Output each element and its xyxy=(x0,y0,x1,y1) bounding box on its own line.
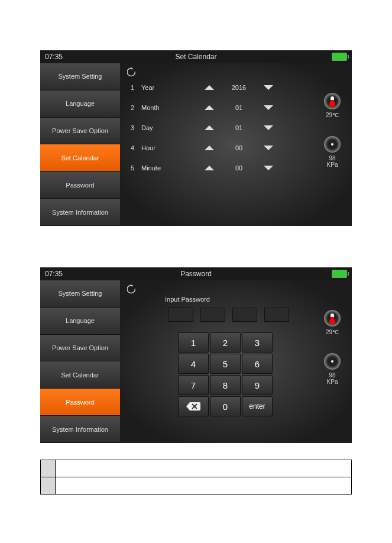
chevron-up-icon xyxy=(205,105,214,110)
key-5[interactable]: 5 xyxy=(210,354,241,374)
password-digit-3[interactable] xyxy=(232,308,257,322)
row-label: Year xyxy=(141,84,195,91)
topbar: 07:35 Password xyxy=(40,267,352,280)
key-6[interactable]: 6 xyxy=(242,354,273,374)
key-0[interactable]: 0 xyxy=(210,396,241,416)
pressure-gauge-icon xyxy=(324,353,341,370)
key-8[interactable]: 8 xyxy=(210,375,241,395)
battery-icon xyxy=(332,270,347,278)
sidebar-item-power-save-option[interactable]: Power Save Option xyxy=(40,335,120,362)
sidebar-item-system-setting[interactable]: System Setting xyxy=(40,63,120,90)
row-value: 00 xyxy=(224,144,254,151)
chevron-up-icon xyxy=(205,85,214,90)
row-label: Minute xyxy=(141,164,195,172)
row-index: 1 xyxy=(131,84,141,91)
increment-month-button[interactable] xyxy=(195,104,224,112)
sidebar-item-password[interactable]: Password xyxy=(40,172,120,199)
key-enter[interactable]: enter xyxy=(242,396,273,416)
password-digit-4[interactable] xyxy=(264,308,289,322)
table-cell xyxy=(41,460,56,477)
password-digit-2[interactable] xyxy=(200,308,225,322)
thermometer-icon xyxy=(324,310,341,327)
pressure-unit: KPa xyxy=(327,379,338,385)
row-value: 01 xyxy=(224,124,254,131)
row-value: 01 xyxy=(224,104,254,111)
row-index: 2 xyxy=(131,104,141,111)
password-slots xyxy=(169,308,301,322)
chevron-up-icon xyxy=(205,166,214,170)
key-1[interactable]: 1 xyxy=(178,332,209,353)
chevron-down-icon xyxy=(264,146,273,150)
row-index: 4 xyxy=(131,144,141,151)
sidebar-item-system-information[interactable]: System Information xyxy=(40,199,120,226)
main-panel: Input Password 1234567890enter 29℃ 98 KP… xyxy=(120,280,352,443)
chevron-up-icon xyxy=(205,125,214,130)
chevron-down-icon xyxy=(264,166,273,170)
chevron-up-icon xyxy=(205,146,214,150)
sidebar-item-set-calendar[interactable]: Set Calendar xyxy=(40,144,120,172)
main-panel: 1Year20162Month013Day014Hour005Minute00 … xyxy=(120,63,352,226)
page-title: Password xyxy=(40,270,352,278)
increment-minute-button[interactable] xyxy=(195,164,224,172)
sidebar-item-language[interactable]: Language xyxy=(40,90,120,118)
row-label: Hour xyxy=(141,144,195,151)
row-index: 5 xyxy=(131,164,141,172)
decrement-year-button[interactable] xyxy=(254,83,283,92)
key-7[interactable]: 7 xyxy=(178,375,209,395)
calendar-row-month: 2Month01 xyxy=(131,98,310,118)
chevron-down-icon xyxy=(264,125,273,130)
pressure-gauge-icon xyxy=(324,136,341,153)
increment-hour-button[interactable] xyxy=(195,144,224,152)
pressure-value: 98 xyxy=(329,372,335,379)
sidebar-item-power-save-option[interactable]: Power Save Option xyxy=(40,118,120,145)
battery-icon xyxy=(332,53,347,61)
thermometer-icon xyxy=(324,93,341,109)
row-value: 00 xyxy=(224,164,254,172)
sensor-panel: 29℃ 98 KPa xyxy=(318,310,347,385)
row-label: Month xyxy=(141,104,195,111)
sidebar-item-language[interactable]: Language xyxy=(40,308,120,335)
temperature-value: 29℃ xyxy=(326,112,339,118)
sidebar-item-password[interactable]: Password xyxy=(40,389,120,416)
sidebar-item-system-setting[interactable]: System Setting xyxy=(40,280,120,308)
table-cell xyxy=(56,460,352,477)
calendar-row-hour: 4Hour00 xyxy=(131,138,310,158)
password-digit-1[interactable] xyxy=(169,308,193,322)
key-9[interactable]: 9 xyxy=(242,375,273,395)
decrement-minute-button[interactable] xyxy=(254,164,283,172)
pressure-unit: KPa xyxy=(327,161,338,168)
sidebar-item-system-information[interactable]: System Information xyxy=(40,416,120,443)
backspace-icon xyxy=(186,402,200,411)
pressure-value: 98 xyxy=(329,155,335,161)
sidebar: System SettingLanguagePower Save OptionS… xyxy=(40,63,120,226)
footer-table xyxy=(40,460,352,494)
decrement-hour-button[interactable] xyxy=(254,144,283,152)
row-index: 3 xyxy=(131,124,141,131)
temperature-value: 29℃ xyxy=(326,329,339,335)
row-label: Day xyxy=(141,124,195,131)
key-4[interactable]: 4 xyxy=(178,354,209,374)
decrement-day-button[interactable] xyxy=(254,124,283,132)
topbar: 07:35 Set Calendar xyxy=(40,50,352,63)
back-icon[interactable] xyxy=(127,67,137,78)
calendar-row-day: 3Day01 xyxy=(131,118,310,138)
sidebar-item-set-calendar[interactable]: Set Calendar xyxy=(40,361,120,389)
decrement-month-button[interactable] xyxy=(254,104,283,112)
calendar-row-minute: 5Minute00 xyxy=(131,158,310,178)
row-value: 2016 xyxy=(224,84,254,91)
key-backspace[interactable] xyxy=(178,396,209,416)
sensor-panel: 29℃ 98 KPa xyxy=(318,93,347,168)
key-3[interactable]: 3 xyxy=(242,332,273,353)
input-password-label: Input Password xyxy=(165,296,301,303)
chevron-down-icon xyxy=(264,105,273,110)
table-cell xyxy=(41,477,56,494)
chevron-down-icon xyxy=(264,85,273,90)
back-icon[interactable] xyxy=(127,284,137,295)
screen-password: 07:35 Password System SettingLanguagePow… xyxy=(40,267,352,443)
page-title: Set Calendar xyxy=(40,53,352,61)
calendar-row-year: 1Year2016 xyxy=(131,77,310,98)
increment-day-button[interactable] xyxy=(195,124,224,132)
increment-year-button[interactable] xyxy=(195,83,224,92)
keypad: 1234567890enter xyxy=(178,332,301,416)
key-2[interactable]: 2 xyxy=(210,332,241,353)
